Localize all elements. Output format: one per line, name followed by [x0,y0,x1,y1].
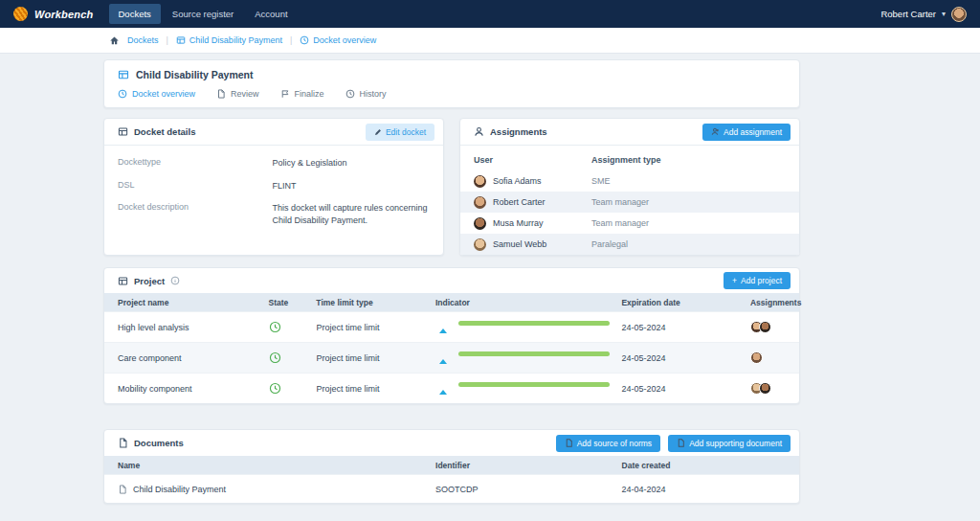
assignment-user: Sofia Adams [493,176,542,186]
add-supporting-document-button[interactable]: Add supporting document [668,435,791,452]
avatar [474,175,486,188]
indicator-cell [435,351,621,364]
assignment-row: Robert Carter Team manager [460,192,799,213]
avatar [759,382,771,395]
time-limit-type: Project time limit [316,353,435,363]
project-row[interactable]: Mobility component Project time limit 24… [104,373,799,403]
state-clock-icon [269,382,281,395]
expiration-date: 24-05-2024 [622,323,751,332]
add-source-label: Add source of norms [577,439,652,448]
tab-review[interactable]: Review [216,89,259,99]
project-row[interactable]: Care component Project time limit 24-05-… [104,342,799,373]
document-plus-icon [565,439,573,447]
avatar [474,217,486,230]
state-clock-icon [269,351,281,364]
docket-title-row: Child Disability Payment [118,69,786,80]
document-plus-icon [677,439,685,447]
avatar [750,351,763,364]
assignment-type: SME [591,176,799,186]
user-name: Robert Carter [880,9,936,19]
docket-details-header: Docket details Edit docket [104,119,443,146]
project-name: High level analysis [104,323,269,332]
project-card: Project + Add project Project name State… [103,267,800,404]
finalize-flag-icon [280,89,290,99]
person-icon [474,126,484,137]
assignment-user: Musa Murray [493,218,544,228]
person-plus-icon [711,127,720,136]
add-project-label: Add project [741,276,782,285]
breadcrumb-docket[interactable]: Child Disability Payment [176,35,282,45]
docket-details-card: Docket details Edit docket Dockettype Po… [103,118,444,256]
panel-title: Docket details [134,126,195,137]
add-assignment-button[interactable]: Add assignment [702,124,791,141]
nav-item-source-register[interactable]: Source register [163,4,243,24]
tab-label: Finalize [295,89,324,99]
time-limit-type: Project time limit [316,323,435,332]
project-table-icon [118,276,128,286]
top-nav: Dockets Source register Account [109,0,298,28]
field-value: FLINT [273,180,430,193]
assignment-user: Robert Carter [493,197,546,207]
tab-finalize[interactable]: Finalize [280,89,324,99]
state-clock-icon [269,321,281,333]
field-dsl: DSL FLINT [118,180,430,193]
panel-title: Assignments [490,126,547,137]
tab-docket-overview[interactable]: Docket overview [118,89,195,99]
assignment-user: Samuel Webb [493,239,546,249]
page-title: Child Disability Payment [136,69,254,80]
tab-label: Docket overview [132,89,195,99]
tab-label: History [360,89,387,99]
assignment-type: Team manager [591,218,799,228]
panel-title: Documents [134,438,184,448]
column-header-name: Name [104,461,435,470]
add-assignment-label: Add assignment [724,127,782,137]
column-header-date-created: Date created [622,461,799,470]
info-icon[interactable] [170,276,180,285]
documents-buttons: Add source of norms Add supporting docum… [556,435,791,452]
expiration-date: 24-05-2024 [622,353,751,363]
column-header-indicator: Indicator [435,298,621,307]
breadcrumb-docket-overview[interactable]: Docket overview [300,35,376,45]
timeline-marker-icon [439,328,447,333]
document-row[interactable]: Child Disability Payment SOOTCDP 24-04-2… [104,474,799,503]
details-assignments-row: Docket details Edit docket Dockettype Po… [103,118,980,256]
workbench-logo-icon [13,7,28,21]
main-content: Child Disability Payment Docket overview… [0,54,980,504]
review-document-icon [216,89,226,99]
add-project-button[interactable]: + Add project [724,272,791,289]
docket-header-card: Child Disability Payment Docket overview… [103,59,800,108]
progress-bar [458,351,610,356]
edit-docket-button[interactable]: Edit docket [366,124,434,141]
nav-item-account[interactable]: Account [245,4,297,24]
docket-tabs: Docket overview Review Finalize History [118,89,786,99]
documents-header: Documents Add source of norms Add suppor… [104,430,799,456]
assignment-row: Sofia Adams SME [460,170,799,192]
tab-history[interactable]: History [345,89,387,99]
chevron-down-icon: ▾ [942,10,946,18]
field-label: Docket description [118,202,273,226]
breadcrumb: Dockets | Child Disability Payment | Doc… [0,28,980,54]
add-source-of-norms-button[interactable]: Add source of norms [556,435,660,452]
breadcrumb-dockets[interactable]: Dockets [127,35,159,45]
project-header: Project + Add project [104,268,799,293]
details-document-icon [118,126,128,137]
panel-title: Project [134,276,165,286]
user-menu[interactable]: Robert Carter ▾ [880,7,967,22]
column-header-time-limit-type: Time limit type [316,298,435,307]
home-icon[interactable] [109,35,120,46]
brand-name: Workbench [34,9,94,20]
progress-bar [458,321,610,326]
field-label: DSL [118,180,273,193]
tab-label: Review [231,89,259,99]
assignments-table-header: User Assignment type [460,148,799,170]
breadcrumb-label: Docket overview [313,35,376,45]
indicator-cell [435,321,621,333]
project-row[interactable]: High level analysis Project time limit 2… [104,311,799,342]
docket-details-body: Dockettype Policy & Legislation DSL FLIN… [104,146,443,248]
avatar [474,238,486,251]
column-header-state: State [269,298,317,307]
nav-item-dockets[interactable]: Dockets [109,4,161,24]
history-clock-icon [345,89,355,99]
docket-icon [176,35,186,45]
breadcrumb-label: Dockets [127,35,159,45]
